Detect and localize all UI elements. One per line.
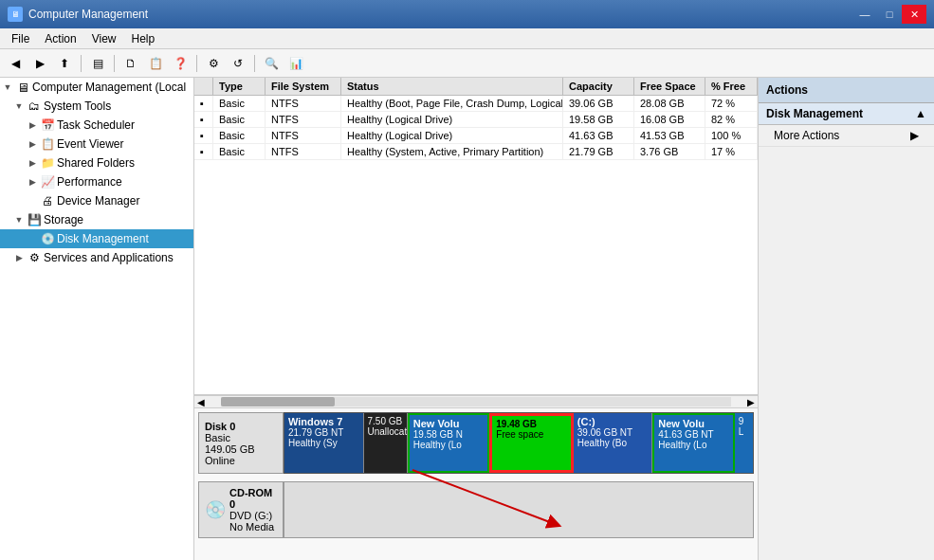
event-viewer-icon: 📋 xyxy=(40,136,55,152)
partition-unallocated[interactable]: 7.50 GB Unallocate xyxy=(364,413,408,473)
partition-status: Healthy (Bo xyxy=(577,438,649,448)
system-tools-icon: 🗂 xyxy=(27,99,42,114)
menu-file[interactable]: File xyxy=(4,30,37,47)
cell-free: 28.08 GB xyxy=(634,96,705,111)
sidebar-item-storage[interactable]: ▼ 💾 Storage xyxy=(0,210,193,229)
minimize-button[interactable]: — xyxy=(852,5,877,24)
expander-icon: ▼ xyxy=(13,214,25,226)
computer-icon: 🖥 xyxy=(15,80,30,95)
export-button[interactable]: 📋 xyxy=(144,53,167,74)
partition-label: New Volu xyxy=(658,418,729,429)
cdrom-0-label: 💿 CD-ROM 0 DVD (G:) No Media xyxy=(198,481,284,538)
col-pct-free[interactable]: % Free xyxy=(705,78,758,95)
disk-section: Disk 0 Basic 149.05 GB Online Windows 7 … xyxy=(194,408,758,560)
table-row[interactable]: ▪ Basic NTFS Healthy (Boot, Page File, C… xyxy=(194,96,758,112)
cdrom-media: No Media xyxy=(229,521,277,533)
storage-icon: 💾 xyxy=(27,212,42,227)
actions-collapse-icon[interactable]: ▲ xyxy=(915,107,926,120)
col-type[interactable]: Type xyxy=(213,78,266,95)
table-row[interactable]: ▪ Basic NTFS Healthy (Logical Drive) 41.… xyxy=(194,128,758,144)
sidebar-label-computer-management: Computer Management (Local xyxy=(32,81,186,94)
col-capacity[interactable]: Capacity xyxy=(563,78,634,95)
col-status[interactable]: Status xyxy=(341,78,563,95)
partition-size: 39.06 GB NT xyxy=(577,427,649,438)
sidebar-item-services-and-applications[interactable]: ▶ ⚙ Services and Applications xyxy=(0,248,193,267)
sidebar-item-device-manager[interactable]: ▶ 🖨 Device Manager xyxy=(0,191,193,210)
cell-pct: 72 % xyxy=(705,96,758,111)
sidebar-label-services: Services and Applications xyxy=(44,251,174,264)
sidebar-item-performance[interactable]: ▶ 📈 Performance xyxy=(0,172,193,191)
sidebar-item-computer-management[interactable]: ▼ 🖥 Computer Management (Local xyxy=(0,78,193,97)
sidebar-item-shared-folders[interactable]: ▶ 📁 Shared Folders xyxy=(0,154,193,172)
partition-size: 19.48 GB xyxy=(496,419,567,429)
menu-action[interactable]: Action xyxy=(37,30,83,47)
partition-windows7[interactable]: Windows 7 21.79 GB NT Healthy (Sy xyxy=(284,413,364,473)
disk-management-icon: 💿 xyxy=(40,231,55,246)
partition-free-space[interactable]: 19.48 GB Free space xyxy=(489,413,574,473)
more-actions-label: More Actions xyxy=(774,129,839,142)
partition-small[interactable]: 9 L xyxy=(735,413,753,473)
cell-pct: 82 % xyxy=(705,112,758,127)
cell-type: Basic xyxy=(213,144,266,159)
table-row[interactable]: ▪ Basic NTFS Healthy (Logical Drive) 19.… xyxy=(194,112,758,128)
col-filesystem[interactable]: File System xyxy=(266,78,341,95)
cdrom-type: DVD (G:) xyxy=(229,510,277,521)
cell-pct: 100 % xyxy=(705,128,758,143)
cell-icon: ▪ xyxy=(194,112,213,127)
actions-more-actions[interactable]: More Actions ▶ xyxy=(759,125,934,147)
sidebar-label-task-scheduler: Task Scheduler xyxy=(57,118,135,132)
cell-fs: NTFS xyxy=(266,128,341,143)
device-manager-icon: 🖨 xyxy=(40,193,55,208)
sidebar-label-disk-management: Disk Management xyxy=(57,232,149,245)
partition-label: (C:) xyxy=(577,416,649,427)
sidebar-item-task-scheduler[interactable]: ▶ 📅 Task Scheduler xyxy=(0,116,193,135)
show-hide-button[interactable]: ▤ xyxy=(86,53,109,74)
chart-button[interactable]: 📊 xyxy=(284,53,307,74)
cell-capacity: 19.58 GB xyxy=(563,112,634,127)
scroll-thumb[interactable] xyxy=(221,397,335,406)
maximize-button[interactable]: □ xyxy=(877,5,902,24)
partition-new-vol-1[interactable]: New Volu 19.58 GB N Healthy (Lo xyxy=(408,413,490,473)
partition-c[interactable]: (C:) 39.06 GB NT Healthy (Bo xyxy=(574,413,653,473)
expander-icon: ▼ xyxy=(13,100,25,112)
cell-status: Healthy (System, Active, Primary Partiti… xyxy=(341,144,563,159)
properties-button[interactable]: ⚙ xyxy=(202,53,225,74)
table-row[interactable]: ▪ Basic NTFS Healthy (System, Active, Pr… xyxy=(194,144,758,160)
help-button[interactable]: ❓ xyxy=(169,53,192,74)
expander-icon: ▶ xyxy=(27,138,38,150)
toolbar-sep-1 xyxy=(81,55,82,72)
up-button[interactable]: ⬆ xyxy=(53,53,76,74)
cell-icon: ▪ xyxy=(194,144,213,159)
toolbar-sep-3 xyxy=(196,55,197,72)
menu-help[interactable]: Help xyxy=(124,30,163,47)
partition-size: 21.79 GB NT xyxy=(288,427,359,438)
toolbar-sep-4 xyxy=(254,55,255,72)
scroll-right-button[interactable]: ▶ xyxy=(744,397,758,407)
partition-sub: L xyxy=(739,426,749,437)
sidebar-item-event-viewer[interactable]: ▶ 📋 Event Viewer xyxy=(0,135,193,154)
sidebar-item-system-tools[interactable]: ▼ 🗂 System Tools xyxy=(0,97,193,116)
sidebar-item-disk-management[interactable]: ▶ 💿 Disk Management xyxy=(0,229,193,248)
partition-size: 19.58 GB N xyxy=(413,429,485,440)
partition-size: 7.50 GB xyxy=(368,416,403,426)
menu-view[interactable]: View xyxy=(84,30,124,47)
disk-0-name: Disk 0 xyxy=(205,421,277,432)
new-window-button[interactable]: 🗋 xyxy=(119,53,142,74)
back-button[interactable]: ◀ xyxy=(4,53,27,74)
col-free-space[interactable]: Free Space xyxy=(634,78,705,95)
disk-table-area: Type File System Status Capacity Free Sp… xyxy=(194,78,758,395)
partition-new-vol-2[interactable]: New Volu 41.63 GB NT Healthy (Lo xyxy=(652,413,735,473)
partition-label: Windows 7 xyxy=(288,416,359,427)
refresh-button[interactable]: ↺ xyxy=(227,53,249,74)
expander-icon: ▶ xyxy=(27,157,38,169)
cell-pct: 17 % xyxy=(705,144,758,159)
zoom-button[interactable]: 🔍 xyxy=(260,53,283,74)
horizontal-scrollbar[interactable]: ◀ ▶ xyxy=(194,395,758,408)
close-button[interactable]: ✕ xyxy=(902,5,926,24)
cdrom-partitions xyxy=(284,481,754,538)
forward-button[interactable]: ▶ xyxy=(28,53,51,74)
sidebar: ▼ 🖥 Computer Management (Local ▼ 🗂 Syste… xyxy=(0,78,194,560)
expander-icon: ▼ xyxy=(2,81,13,93)
toolbar: ◀ ▶ ⬆ ▤ 🗋 📋 ❓ ⚙ ↺ 🔍 📊 xyxy=(0,49,934,78)
scroll-left-button[interactable]: ◀ xyxy=(194,397,208,407)
